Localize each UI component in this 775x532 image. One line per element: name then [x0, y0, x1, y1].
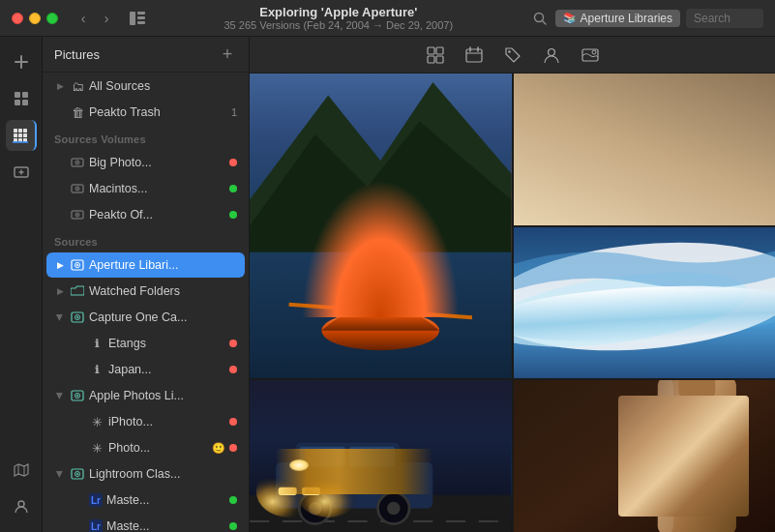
svg-rect-51: [428, 56, 434, 63]
svg-rect-9: [22, 92, 28, 98]
svg-rect-86: [279, 488, 297, 495]
map-button[interactable]: [6, 455, 37, 486]
close-button[interactable]: [12, 13, 23, 24]
photo-car-night[interactable]: [250, 380, 512, 532]
chevron-icon: ▶: [54, 80, 66, 92]
capture-one-label: Capture One Ca...: [89, 310, 237, 324]
macintos-label: Macintos...: [89, 182, 225, 195]
main-layout: Pictures + ▶ 🗂 All Sources 🗑 Peakto Tras…: [0, 37, 775, 532]
sidebar-item-big-photo[interactable]: Big Photo...: [46, 150, 245, 175]
spacer: [54, 209, 66, 221]
library-icon: 📚: [563, 12, 577, 24]
svg-rect-13: [18, 129, 22, 133]
breadcrumb-pill[interactable]: 📚 Aperture Libraries: [555, 10, 680, 27]
sidebar-item-master2[interactable]: Lr Maste...: [46, 514, 245, 532]
trash-icon: 🗑: [70, 104, 85, 120]
people-button[interactable]: [6, 491, 37, 522]
titlebar: ‹ › Exploring 'Apple Aperture' 35 265 Ve…: [0, 0, 775, 37]
svg-rect-16: [18, 133, 22, 137]
sidebar-item-watched-folders[interactable]: ▶ Watched Folders: [46, 279, 245, 304]
aperture-chevron-icon: ▶: [54, 259, 66, 271]
sidebar-item-etangs[interactable]: ℹ Etangs: [46, 331, 245, 356]
photo-kayak[interactable]: [250, 74, 512, 378]
japan-label: Japan...: [108, 363, 225, 376]
tag-toolbar-button[interactable]: [499, 42, 526, 69]
japan-icon: ℹ: [89, 362, 104, 377]
svg-point-42: [76, 316, 78, 318]
etangs-icon: ℹ: [89, 336, 104, 351]
sidebar-item-apple-photos[interactable]: ▶ Apple Photos Li...: [46, 383, 245, 408]
photo-sand[interactable]: [514, 74, 776, 225]
sidebar-item-aperture-libraries[interactable]: ▶ Aperture Libari...: [46, 252, 245, 278]
apple-photos-chevron-icon: ▶: [54, 390, 66, 401]
sidebar-item-photo[interactable]: ✳ Photo... 🙂: [46, 435, 245, 460]
svg-rect-89: [657, 380, 735, 532]
search-input[interactable]: [686, 9, 763, 28]
svg-point-58: [548, 48, 554, 55]
spacer-icon: [54, 106, 66, 118]
sidebar-item-macintos[interactable]: Macintos...: [46, 176, 245, 201]
minimize-button[interactable]: [29, 13, 41, 24]
photo-label: Photo...: [108, 441, 208, 455]
content-area: AMSTEL BIER HOLLAND: [250, 37, 775, 532]
sidebar-item-peakto-trash[interactable]: 🗑 Peakto Trash 1: [46, 100, 245, 125]
sidebar-add-button[interactable]: +: [218, 44, 237, 64]
svg-point-65: [321, 311, 439, 351]
svg-rect-96: [657, 380, 672, 532]
master2-status: [229, 522, 237, 530]
window-title: Exploring 'Apple Aperture': [155, 5, 522, 19]
master2-label: Maste...: [106, 519, 225, 532]
library-view-button[interactable]: [6, 83, 37, 114]
add-source-button[interactable]: [6, 157, 37, 188]
svg-point-33: [76, 188, 78, 190]
svg-point-69: [677, 97, 769, 224]
svg-point-36: [76, 214, 78, 216]
svg-point-39: [76, 264, 78, 266]
aperture-label: Aperture Libari...: [89, 258, 237, 272]
trash-badge: 1: [222, 106, 237, 118]
nav-buttons: ‹ ›: [74, 9, 116, 28]
sidebar-toggle-button[interactable]: [128, 9, 147, 28]
sidebar-item-peakto-of[interactable]: Peakto Of...: [46, 202, 245, 227]
master1-chevron: [74, 494, 85, 506]
etangs-label: Etangs: [108, 337, 225, 350]
people-toolbar-button[interactable]: [538, 42, 565, 69]
svg-point-45: [76, 395, 78, 397]
search-icon-button[interactable]: [530, 9, 550, 28]
sidebar-item-japan[interactable]: ℹ Japan...: [46, 357, 245, 382]
svg-point-85: [295, 465, 361, 517]
all-sources-label: All Sources: [89, 79, 237, 93]
back-button[interactable]: ‹: [74, 9, 93, 28]
sidebar-item-iphoto[interactable]: ✳ iPhoto...: [46, 409, 245, 434]
photo-chevron: [74, 442, 85, 454]
master1-label: Maste...: [106, 493, 225, 507]
macintos-status: [229, 185, 237, 192]
sidebar: Pictures + ▶ 🗂 All Sources 🗑 Peakto Tras…: [43, 37, 250, 532]
svg-line-66: [289, 305, 472, 318]
grid-view-toolbar-button[interactable]: [422, 42, 449, 69]
svg-rect-11: [22, 100, 28, 105]
sidebar-item-all-sources[interactable]: ▶ 🗂 All Sources: [46, 74, 245, 99]
photo-ocean[interactable]: [514, 227, 776, 379]
photo-amstel[interactable]: AMSTEL BIER HOLLAND: [514, 380, 776, 532]
calendar-toolbar-button[interactable]: [461, 42, 488, 69]
japan-chevron: [74, 364, 85, 375]
disk-icon-1: [70, 155, 85, 170]
add-button[interactable]: [6, 46, 37, 77]
svg-rect-91: [661, 417, 731, 488]
sidebar-item-lightroom[interactable]: ▶ Lightroom Clas...: [46, 461, 245, 487]
forward-button[interactable]: ›: [97, 9, 116, 28]
content-toolbar: [250, 37, 775, 74]
etangs-chevron: [74, 338, 85, 349]
photo-status: [229, 444, 237, 452]
maximize-button[interactable]: [46, 13, 58, 24]
master1-status: [229, 496, 237, 504]
panorama-toolbar-button[interactable]: [577, 42, 604, 69]
svg-rect-67: [514, 74, 776, 225]
svg-rect-0: [130, 12, 135, 25]
grid-view-button[interactable]: [6, 120, 37, 151]
big-photo-status: [229, 159, 237, 166]
sidebar-item-master1[interactable]: Lr Maste...: [46, 488, 245, 513]
svg-rect-90: [678, 380, 715, 397]
sidebar-item-capture-one[interactable]: ▶ Capture One Ca...: [46, 305, 245, 330]
